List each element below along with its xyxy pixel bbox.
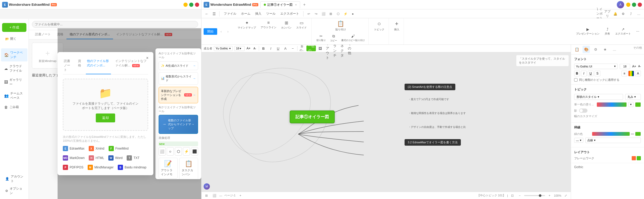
prop-icon-other[interactable]: …	[611, 46, 618, 53]
img-tool-2[interactable]: ○	[167, 147, 174, 156]
menu-tools[interactable]: ツール	[264, 10, 278, 17]
shape-selector[interactable]: 形状のスタイル ▾	[574, 94, 623, 100]
dialog-close-btn[interactable]: ×	[144, 55, 150, 61]
prop-icon-settings[interactable]: ⚙	[592, 46, 599, 53]
export-btn[interactable]: ↗ エクスポート	[614, 26, 632, 37]
cut-btn[interactable]: ✂ 切り取り	[315, 33, 327, 43]
ribbon-active-tab[interactable]: 開始	[204, 28, 217, 35]
ai-multi-slide-card[interactable]: 📊 複数形式からスライド →	[159, 72, 198, 85]
options-item[interactable]: ⚙ オプション	[2, 185, 26, 197]
doc-tab[interactable]: 記事①オイラー図 ×	[260, 1, 300, 8]
fill-btn[interactable]: 一色の...	[306, 46, 316, 51]
prop-icon-star[interactable]: ★	[601, 46, 609, 53]
maximize-btn-right[interactable]	[632, 3, 636, 7]
format-copy-btn[interactable]: 🖌 書式のコピー貼り付け	[340, 33, 366, 43]
status-map-icon[interactable]: ⊞	[204, 193, 209, 198]
font-color-swatch[interactable]	[628, 71, 634, 76]
prop-strike-btn[interactable]: S	[595, 71, 600, 76]
prop-bold-btn[interactable]: B	[574, 71, 580, 76]
import-btn[interactable]: ⤵ インポート	[596, 11, 603, 17]
presentation-btn[interactable]: ▶ プレゼンテーション	[574, 26, 601, 37]
undo-btn[interactable]: ↩	[306, 11, 312, 17]
insert-pic-btn[interactable]: 🖼	[317, 46, 323, 51]
shadow-toggle-switch[interactable]	[579, 109, 587, 113]
status-rect-icon[interactable]: ⬜	[211, 193, 217, 198]
border-color-bar[interactable]	[592, 132, 630, 136]
fill-color-bar[interactable]	[597, 102, 627, 107]
font-color-btn[interactable]: −	[290, 46, 296, 51]
minimize-btn-left[interactable]	[183, 3, 188, 7]
search-input[interactable]	[32, 21, 198, 28]
dialog-tab-smart[interactable]: インテリジェントなファイル解... NEW	[114, 57, 148, 74]
canvas-area[interactable]: 成る者 Yu Gothic ▾ 18 ▾ A+ A- B I U A −	[201, 45, 571, 199]
ribbon-nav-right[interactable]: ›	[225, 29, 231, 34]
ribbon-nav-left[interactable]: ‹	[218, 29, 224, 34]
font-size-input[interactable]	[620, 64, 630, 69]
back-btn[interactable]: ←	[204, 11, 210, 17]
action-3[interactable]: ⬜	[320, 11, 327, 17]
close-btn-right[interactable]	[638, 3, 642, 7]
font-decrease-btn[interactable]: A-	[253, 46, 257, 51]
doc-tab-close[interactable]: ×	[295, 3, 297, 6]
more-icon[interactable]: …	[636, 11, 642, 17]
menu-file[interactable]: ファイル	[222, 10, 238, 17]
underline-btn[interactable]: U	[275, 46, 281, 51]
font-increase-btn[interactable]: A+	[246, 46, 251, 51]
prop-italic-btn[interactable]: I	[581, 71, 587, 76]
maximize-btn-left[interactable]	[189, 3, 193, 7]
sidebar-item-gallery[interactable]: 🖼 ギャラリー	[1, 76, 27, 89]
menu-home[interactable]: ホーム	[239, 10, 253, 17]
tab-notes[interactable]: 読書ノート	[32, 30, 54, 39]
layout-btn[interactable]: レイアウト	[325, 46, 331, 51]
ai-pres-card[interactable]: 革新的なプレゼンテーションを作成 NEW →	[159, 87, 198, 103]
zoom-in-btn[interactable]: +	[547, 193, 552, 198]
account-item[interactable]: 👤 アカウント	[2, 173, 26, 185]
branch-btn[interactable]: ブランチ	[332, 46, 338, 51]
img-tool-3[interactable]: ⬡	[175, 147, 182, 156]
minimize-btn-right[interactable]	[626, 3, 630, 7]
sidebar-item-cloud[interactable]: ☁ クラウドファイル	[1, 62, 27, 75]
italic-btn[interactable]: I	[268, 46, 274, 51]
font-dropdown[interactable]: Yu Gothic ▾	[214, 46, 233, 51]
prop-icon-list[interactable]: 📋	[573, 46, 580, 53]
branch-node-2[interactable]: 3.2 EdrawMaxでオイラー図を書く方法	[405, 139, 461, 146]
font-name-selector[interactable]: Yu Gothic UI ▾	[574, 64, 618, 69]
connect-btn[interactable]: コネクタ	[339, 46, 345, 51]
ai-slide-card[interactable]: ✨ AI生成のスライド →	[159, 61, 198, 70]
zoom-out-btn[interactable]: −	[517, 193, 523, 198]
upload-btn[interactable]: ⤴ 共有	[603, 26, 612, 37]
strikethrough-btn[interactable]: A	[283, 46, 288, 51]
apply-all-checkbox[interactable]	[574, 78, 578, 82]
add-tab-btn[interactable]: +	[301, 2, 307, 8]
dialog-tab-notes[interactable]: 読書ノート	[63, 57, 74, 74]
outline-btn[interactable]: ≡ アウトライン	[259, 19, 278, 31]
font-size-decrease[interactable]: A-	[638, 65, 641, 68]
border-weight-selector[interactable]: — ▾	[574, 138, 583, 143]
settings-icon[interactable]: ⚙	[620, 11, 626, 17]
drop-area[interactable]: 📁 ファイルを直接ドラッグして、ファイルのインポートを完了します（ベータ版） 返…	[63, 79, 148, 131]
menu-insert[interactable]: 挿入	[253, 10, 264, 17]
sidebar-item-trash[interactable]: 🗑 ごみ箱	[1, 103, 27, 111]
insert-btn[interactable]: + 挿入	[392, 19, 401, 32]
paste-btn[interactable]: 📋 貼り付け	[315, 19, 366, 32]
mindmap-canvas[interactable]: 「スタイルタブを使って、スタイルをカスタマイ 記事①オイラー図	[201, 53, 571, 192]
zoom-slider[interactable]	[524, 195, 545, 196]
app-btn[interactable]: アプリ	[604, 11, 611, 17]
new-button[interactable]: + 作成	[2, 23, 26, 32]
img-tool-5[interactable]: ⬛	[191, 147, 198, 156]
font-size-dropdown[interactable]: 18 ▾	[234, 46, 245, 51]
other-btn[interactable]: その他	[347, 46, 352, 51]
close-btn-left[interactable]	[195, 3, 199, 7]
shape-style-btn[interactable]: 形の...	[299, 46, 305, 51]
browse-button[interactable]: 返却	[96, 113, 115, 122]
fullscreen-btn[interactable]: ⤢	[563, 193, 569, 198]
highlight-btn[interactable]: A	[635, 71, 641, 76]
menu-export[interactable]: エクスポート	[278, 10, 301, 17]
ribbon-more[interactable]: ⋯	[635, 28, 641, 35]
sidebar-item-team[interactable]: 👥 チームスペース	[1, 89, 27, 102]
kanban-btn[interactable]: ⊞ カンバン	[279, 19, 293, 31]
multi-format-card[interactable]: → 複数のファイル形式からマインドマップ →	[159, 115, 198, 134]
topic-btn[interactable]: ○ トピック	[372, 19, 387, 32]
mindmap-btn[interactable]: ✦ マインドマップ	[236, 19, 257, 31]
add-page-btn[interactable]: +	[238, 193, 243, 198]
